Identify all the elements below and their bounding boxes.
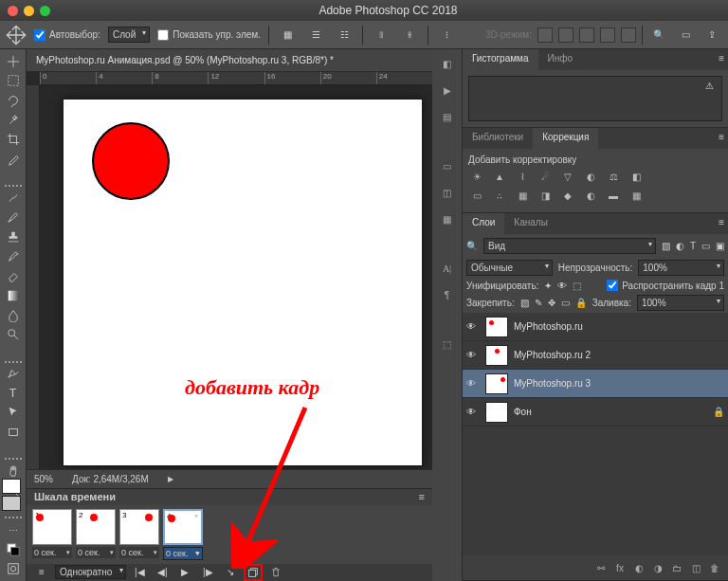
foreground-background-colors[interactable]: [3, 541, 24, 558]
panel-icon[interactable]: ◫: [439, 184, 456, 201]
lock-position-icon[interactable]: ✥: [548, 298, 555, 308]
opacity-value[interactable]: 100%: [638, 260, 724, 276]
prev-frame-button[interactable]: ◀|: [153, 564, 172, 581]
3d-panel-icon[interactable]: ⬚: [439, 336, 456, 353]
paragraph-panel-icon[interactable]: ¶: [439, 286, 456, 303]
gradient-tool[interactable]: [3, 287, 24, 304]
align-icon[interactable]: ☰: [305, 25, 326, 45]
healing-brush-tool[interactable]: [3, 190, 24, 207]
blur-tool[interactable]: [3, 307, 24, 324]
path-selection-tool[interactable]: [3, 405, 24, 422]
align-icon[interactable]: ⫵: [399, 25, 420, 45]
tween-button[interactable]: ↘: [221, 564, 240, 581]
timeline-frame[interactable]: 20 сек.▾: [76, 509, 116, 558]
play-button[interactable]: ▶: [175, 564, 194, 581]
posterize-adjustment-icon[interactable]: ◆: [559, 188, 576, 203]
lock-artboard-icon[interactable]: ▭: [561, 298, 570, 308]
play-icon[interactable]: ▶: [439, 82, 456, 99]
crop-tool[interactable]: [3, 131, 24, 148]
curves-adjustment-icon[interactable]: ⌇: [514, 169, 531, 184]
brightness-adjustment-icon[interactable]: ☀: [468, 169, 485, 184]
3d-icon[interactable]: [558, 27, 573, 43]
timeline-frame[interactable]: 30 сек.▾: [119, 509, 159, 558]
visibility-toggle-icon[interactable]: 👁: [466, 350, 480, 360]
zoom-level[interactable]: 50%: [34, 474, 53, 484]
lock-all-icon[interactable]: 🔒: [575, 298, 587, 308]
duplicate-frame-button[interactable]: [244, 564, 263, 581]
timeline-frame[interactable]: 10 сек.▾: [32, 509, 72, 558]
character-panel-icon[interactable]: A|: [439, 260, 456, 277]
filter-kind-dropdown[interactable]: Вид: [483, 238, 656, 254]
align-icon[interactable]: ☷: [334, 25, 355, 45]
panel-menu-icon[interactable]: ≡: [419, 491, 425, 502]
vibrance-adjustment-icon[interactable]: ▽: [559, 169, 576, 184]
tab-layers[interactable]: Слои: [463, 213, 504, 234]
delete-layer-icon[interactable]: 🗑: [707, 561, 722, 574]
hue-adjustment-icon[interactable]: ◐: [582, 169, 599, 184]
move-tool[interactable]: [3, 53, 24, 70]
tab-histogram[interactable]: Гистограмма: [463, 49, 538, 70]
autoselect-checkbox[interactable]: Автовыбор:: [34, 29, 100, 41]
timeline-menu-icon[interactable]: ≡: [32, 564, 51, 581]
maximize-window[interactable]: [40, 6, 50, 16]
distribute-icon[interactable]: ⫶: [436, 25, 457, 45]
close-window[interactable]: [8, 6, 18, 16]
document-tab[interactable]: MyPhotoshop.ru Анимация.psd @ 50% (MyPho…: [27, 49, 432, 72]
layer-style-icon[interactable]: fx: [612, 561, 628, 574]
tab-libraries[interactable]: Библиотеки: [463, 128, 533, 149]
bw-adjustment-icon[interactable]: ◧: [628, 169, 645, 184]
color-lookup-adjustment-icon[interactable]: ▦: [514, 188, 531, 203]
timeline-frame[interactable]: 40 сек.▾: [163, 509, 203, 560]
panel-menu-icon[interactable]: ≡: [715, 128, 728, 149]
dodge-tool[interactable]: [3, 326, 24, 343]
adjustment-layer-icon[interactable]: ◑: [650, 561, 665, 574]
3d-icon[interactable]: [600, 27, 615, 43]
ruler-horizontal[interactable]: 04812162024: [40, 72, 432, 85]
propagate-frame-checkbox[interactable]: Распространить кадр 1: [607, 280, 724, 291]
ruler-vertical[interactable]: [27, 85, 40, 469]
filter-pixel-icon[interactable]: ▧: [662, 241, 670, 251]
fill-value[interactable]: 100%: [637, 295, 724, 311]
tab-info[interactable]: Инфо: [538, 49, 583, 70]
artboard-tool[interactable]: [3, 73, 24, 90]
unify-visibility-icon[interactable]: 👁: [557, 281, 567, 291]
minimize-window[interactable]: [24, 6, 34, 16]
invert-adjustment-icon[interactable]: ◨: [537, 188, 554, 203]
pen-tool[interactable]: [3, 366, 24, 383]
exposure-adjustment-icon[interactable]: ☄: [537, 169, 554, 184]
levels-adjustment-icon[interactable]: ▲: [491, 169, 508, 184]
document-canvas[interactable]: [63, 99, 423, 466]
align-icon[interactable]: ⫴: [371, 25, 391, 45]
layer-row[interactable]: 👁MyPhotoshop.ru 2: [463, 341, 728, 370]
delete-frame-button[interactable]: [266, 564, 285, 581]
layer-group-icon[interactable]: 🗀: [669, 561, 684, 574]
tab-adjustments[interactable]: Коррекция: [533, 128, 598, 149]
workspace-icon[interactable]: ▭: [675, 25, 696, 45]
timeline-frame-selector[interactable]: [2, 479, 21, 511]
panel-menu-icon[interactable]: ≡: [715, 213, 728, 234]
layer-mask-icon[interactable]: ◐: [631, 561, 646, 574]
align-icon[interactable]: ▦: [277, 25, 298, 45]
layer-row[interactable]: 👁MyPhotoshop.ru 3: [463, 370, 728, 398]
first-frame-button[interactable]: |◀: [130, 564, 149, 581]
hand-tool[interactable]: [3, 463, 24, 480]
stamp-tool[interactable]: [3, 228, 24, 245]
lock-icon[interactable]: 🔒: [713, 407, 724, 417]
3d-icon[interactable]: [537, 27, 553, 43]
red-circle-shape[interactable]: [92, 122, 170, 200]
lasso-tool[interactable]: [3, 92, 24, 109]
lock-image-icon[interactable]: ✎: [535, 298, 542, 308]
layer-row[interactable]: 👁MyPhotoshop.ru: [463, 313, 728, 341]
tab-channels[interactable]: Каналы: [504, 213, 557, 234]
show-transform-controls-checkbox[interactable]: Показать упр. элем.: [157, 29, 261, 41]
quick-mask-mode[interactable]: [3, 560, 24, 577]
blend-mode-dropdown[interactable]: Обычные: [466, 260, 553, 276]
filter-smart-icon[interactable]: ▣: [716, 241, 724, 251]
photo-filter-adjustment-icon[interactable]: ▭: [468, 188, 485, 203]
filter-adjustment-icon[interactable]: ◐: [676, 241, 684, 251]
magic-wand-tool[interactable]: [3, 112, 24, 129]
3d-icon[interactable]: [621, 27, 636, 43]
unify-style-icon[interactable]: ⬚: [573, 281, 581, 291]
brush-tool[interactable]: [3, 209, 24, 227]
search-icon[interactable]: 🔍: [648, 25, 669, 45]
